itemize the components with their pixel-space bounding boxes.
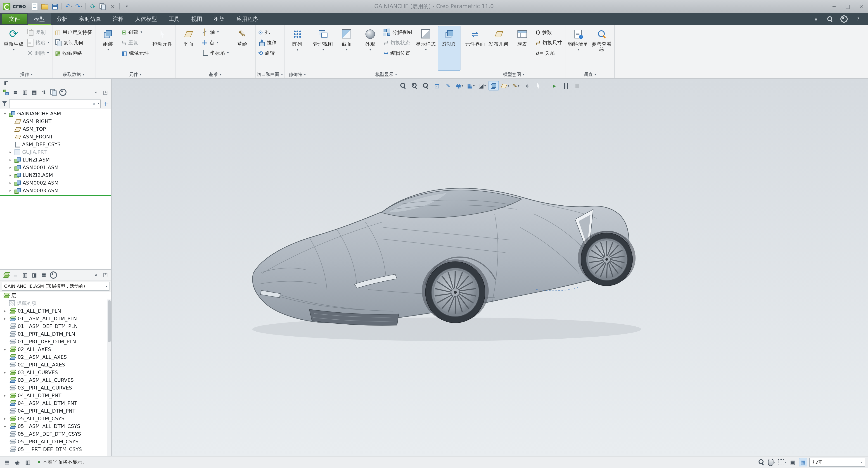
expand-arrow-icon[interactable]: ▸ [8,165,13,170]
plane-button[interactable]: 平面 [177,26,199,70]
layer-model-selector[interactable]: GAINIANCHE.ASM (顶层模型，活动的) ▾ [2,282,110,291]
tab-0[interactable]: 文件 [2,14,27,24]
layer-item[interactable]: 05__PRT_ALL_DTM_CSYS [0,438,111,445]
selection-filter-combo[interactable]: 几何 ▾ [809,458,865,467]
navigator-tab-button[interactable]: ◧ [2,79,10,87]
tree-item[interactable]: ASM_TOP [0,125,111,133]
copy-geometry-button[interactable]: 复制几何 [54,37,94,48]
undo-button[interactable]: ↶▾ [64,2,73,11]
expand-arrow-icon[interactable]: ▸ [8,173,13,177]
ribbon-group-label-7[interactable]: 模型意图▾ [464,70,564,78]
find-button[interactable] [757,458,766,466]
layer-columns-button[interactable]: ▥ [21,271,29,279]
layer-item[interactable]: 04__PRT_ALL_DTM_PNT [0,407,111,415]
display-style-graphics-button[interactable]: ◪▾ [477,81,487,91]
layer-item[interactable]: 01__ASM_DEF_DTM_PLN [0,322,111,330]
tab-6[interactable]: 工具 [163,13,185,25]
layer-item[interactable]: ▸02_ALL_AXES [0,345,111,353]
save-button[interactable] [51,2,60,11]
tab-7[interactable]: 视图 [185,13,208,25]
tree-item[interactable]: ▸LUNZI2.ASM [0,171,111,179]
layer-item[interactable]: 05___PRT_DEF_DTM_CSYS [0,445,111,453]
tree-item[interactable]: ASM_DEF_CSYS [0,141,111,148]
tree-list-button[interactable]: ≡ [11,88,20,96]
layer-item[interactable]: 02__PRT_ALL_AXES [0,361,111,369]
tab-2[interactable]: 分析 [51,13,73,25]
zoom-out-button[interactable]: − [421,81,431,91]
ribbon-group-label-4[interactable]: 切口和曲面▾ [257,70,283,78]
tab-5[interactable]: 人体模型 [129,13,163,25]
layer-item[interactable]: 04__ASM_ALL_DTM_PNT [0,399,111,407]
reference-viewer-button[interactable]: 参考查看器 [590,26,613,70]
select-mode-button[interactable]: ▾ [768,458,776,466]
expand-arrow-icon[interactable]: ▸ [3,347,7,351]
expand-arrow-icon[interactable]: ▸ [8,181,13,185]
create-button[interactable]: ⊞创建▾ [120,27,150,37]
ribbon-group-label-3[interactable]: 基准▾ [177,70,253,78]
search-button[interactable] [826,14,835,24]
expand-arrow-icon[interactable]: ▸ [8,158,13,162]
pause-button[interactable] [561,81,571,91]
tree-more-button[interactable]: » [92,88,100,96]
layer-rule-button[interactable]: ≣ [40,271,48,279]
perspective-button[interactable]: 透视图 [438,26,461,70]
layer-show-button[interactable]: ◨ [30,271,38,279]
redo-button[interactable]: ↷▾ [74,2,84,11]
simulate-button[interactable]: ▸ [549,81,560,91]
display-style-button[interactable]: 显示样式▾ [414,26,437,70]
udf-button[interactable]: ◫用户定义特征 [54,27,94,37]
expand-arrow-icon[interactable]: ▸ [3,424,7,428]
tab-3[interactable]: 实时仿真 [73,13,107,25]
layer-more-button[interactable]: » [92,271,100,279]
browser-button[interactable]: ◉ [13,458,22,466]
manage-views-button[interactable]: 管理视图▾ [312,26,334,70]
repaint-button[interactable]: ✎ [443,81,454,91]
extrude-button[interactable]: 拉伸 [257,37,278,48]
saved-orientations-button[interactable]: ◉▾ [454,81,465,91]
layer-item[interactable]: 05__ASM_DEF_DTM_CSYS [0,430,111,438]
ribbon-group-label-2[interactable]: 元件▾ [97,70,174,78]
graphics-area[interactable]: +−⊡✎◉▾▦▾◪▾▾✎▾⌖▸■ [112,79,868,456]
layer-item[interactable]: ▸04_ALL_DTM_PNT [0,392,111,399]
drag-button[interactable]: 拖动元件 [151,26,174,70]
new-file-button[interactable] [31,2,39,11]
tree-grid-button[interactable]: ▦ [30,88,38,96]
tree-view-button[interactable] [2,88,10,96]
layer-item[interactable]: 03__ASM_ALL_CURVES [0,376,111,384]
ribbon-group-label-1[interactable]: 获取数据▾ [54,70,94,78]
zoom-window-button[interactable] [398,81,408,91]
expand-arrow-icon[interactable]: ▸ [3,393,7,398]
tab-8[interactable]: 框架 [208,13,231,25]
expand-arrow-icon[interactable]: ▸ [8,189,13,193]
tab-1[interactable]: 模型 [28,13,51,25]
annotation-display-button[interactable]: ✎▾ [511,81,521,91]
point-button[interactable]: 点▾ [200,37,230,48]
layer-root-row[interactable]: 层 [0,291,111,299]
ribbon-group-label-6[interactable]: 模型显示▾ [312,70,461,78]
tree-item[interactable]: ASM_FRONT [0,133,111,141]
appearance-button[interactable]: 外观▾ [359,26,381,70]
tree-item[interactable]: ▸LUNZI.ASM [0,156,111,164]
ribbon-group-label-8[interactable]: 调查▾ [567,70,613,78]
toggle-status-button[interactable]: ⇄切换状态 [382,37,413,48]
regenerate-button[interactable]: ⟳重新生成▾ [2,26,25,70]
layer-item[interactable]: 01__PRT_DEF_DTM_PLN [0,338,111,345]
layer-item[interactable]: ▸03_ALL_CURVES [0,369,111,376]
snapshot-button[interactable]: ▣ [788,458,797,466]
layer-item[interactable]: 隐藏的项 [0,299,111,307]
message-log-button[interactable]: ▥ [24,458,32,466]
layer-item[interactable]: 01__PRT_ALL_DTM_PLN [0,330,111,338]
window-button[interactable] [98,2,107,11]
open-file-button[interactable] [40,2,50,11]
expand-arrow-icon[interactable]: ▸ [3,309,7,313]
spin-center-button[interactable]: ⌖ [522,81,533,91]
help-button[interactable]: ? [854,14,863,24]
minimize-button[interactable]: − [827,1,841,11]
layer-item[interactable]: ▸05__ASM_ALL_DTM_CSYS [0,422,111,430]
shrinkwrap-button[interactable]: ▩收缩包络 [54,48,94,58]
stop-button[interactable]: ■ [572,81,582,91]
layer-item[interactable]: ▸05_ALL_DTM_CSYS [0,415,111,422]
layer-item[interactable]: ▸01__ASM_ALL_DTM_PLN [0,315,111,322]
perspective-graphics-button[interactable] [488,81,499,91]
close-button[interactable]: × [855,1,868,11]
